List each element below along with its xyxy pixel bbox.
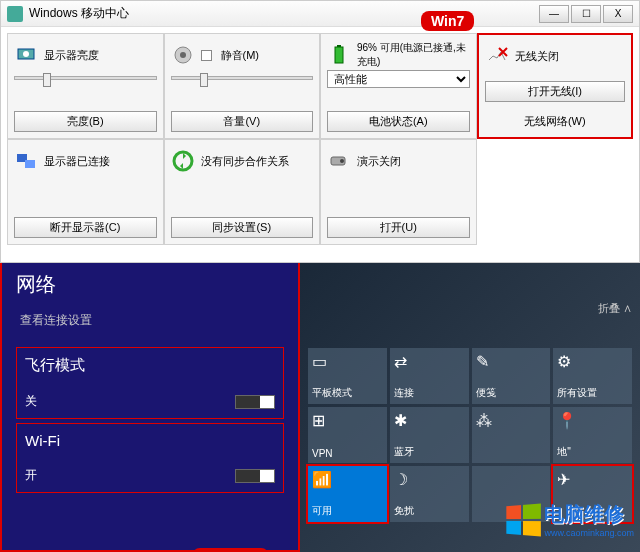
action-tile-1[interactable]: ⇄连接 bbox=[390, 348, 469, 404]
action-tile-9[interactable]: ☽免扰 bbox=[390, 466, 469, 522]
presentation-open-button[interactable]: 打开(U) bbox=[327, 217, 470, 238]
tile-icon: ⚙ bbox=[557, 352, 628, 371]
win10-panel: Win10 折叠 ∧ ▭平板模式⇄连接✎便笺⚙所有设置⊞VPN✱蓝牙⁂📍地"📶可… bbox=[300, 263, 640, 552]
win7-badge: Win7 bbox=[421, 11, 474, 31]
mute-checkbox[interactable] bbox=[201, 50, 212, 61]
brightness-icon bbox=[14, 43, 38, 67]
action-tile-4[interactable]: ⊞VPN bbox=[308, 407, 387, 463]
svg-point-10 bbox=[340, 159, 344, 163]
volume-footer[interactable]: 音量(V) bbox=[171, 111, 314, 132]
battery-label: 96% 可用(电源已接通,未充电) bbox=[357, 41, 470, 69]
win8-panel: Win8/8.1 网络 查看连接设置 飞行模式 关 Wi-Fi 开 bbox=[0, 263, 300, 552]
watermark-url: www.caominkang.com bbox=[544, 528, 634, 538]
display-tile: 显示器已连接 断开显示器(C) bbox=[7, 139, 164, 245]
action-tile-8[interactable]: 📶可用 bbox=[308, 466, 387, 522]
brightness-footer[interactable]: 亮度(B) bbox=[14, 111, 157, 132]
svg-point-1 bbox=[23, 51, 29, 57]
tile-icon: ✈ bbox=[557, 470, 628, 489]
speaker-icon bbox=[171, 43, 195, 67]
tile-label: 便笺 bbox=[476, 386, 547, 400]
win8-badge: Win8/8.1 bbox=[192, 548, 269, 552]
presentation-label: 演示关闭 bbox=[357, 154, 401, 169]
action-tile-7[interactable]: 📍地" bbox=[553, 407, 632, 463]
enable-wireless-button[interactable]: 打开无线(I) bbox=[485, 81, 626, 102]
tile-icon: ☽ bbox=[394, 470, 465, 489]
tile-icon: 📶 bbox=[312, 470, 383, 489]
tile-icon: ▭ bbox=[312, 352, 383, 371]
tile-label: 可用 bbox=[312, 504, 383, 518]
svg-rect-7 bbox=[25, 160, 35, 168]
action-tile-0[interactable]: ▭平板模式 bbox=[308, 348, 387, 404]
tile-icon: ✱ bbox=[394, 411, 465, 430]
battery-tile: 96% 可用(电源已接通,未充电) 高性能 电池状态(A) bbox=[320, 33, 477, 139]
mute-label: 静音(M) bbox=[221, 48, 260, 63]
wifi-title: Wi-Fi bbox=[25, 432, 275, 449]
airplane-state: 关 bbox=[25, 393, 37, 410]
sync-icon bbox=[171, 149, 195, 173]
svg-point-3 bbox=[180, 52, 186, 58]
brightness-slider[interactable] bbox=[14, 76, 157, 80]
projector-icon bbox=[327, 149, 351, 173]
display-icon bbox=[14, 149, 38, 173]
battery-footer[interactable]: 电池状态(A) bbox=[327, 111, 470, 132]
tile-icon: ⇄ bbox=[394, 352, 465, 371]
svg-rect-5 bbox=[337, 45, 341, 47]
tile-label: 蓝牙 bbox=[394, 445, 465, 459]
volume-slider[interactable] bbox=[171, 76, 314, 80]
app-icon bbox=[7, 6, 23, 22]
view-settings-link[interactable]: 查看连接设置 bbox=[2, 306, 298, 343]
sync-settings-button[interactable]: 同步设置(S) bbox=[171, 217, 314, 238]
tile-label: 连接 bbox=[394, 386, 465, 400]
airplane-toggle[interactable] bbox=[235, 395, 275, 409]
action-tile-6[interactable]: ⁂ bbox=[472, 407, 551, 463]
brightness-label: 显示器亮度 bbox=[44, 48, 99, 63]
brightness-tile: 显示器亮度 亮度(B) bbox=[7, 33, 164, 139]
sync-tile: 没有同步合作关系 同步设置(S) bbox=[164, 139, 321, 245]
display-label: 显示器已连接 bbox=[44, 154, 110, 169]
watermark: 电脑维修 www.caominkang.com bbox=[504, 501, 634, 538]
empty-tile bbox=[477, 139, 634, 245]
disconnect-display-button[interactable]: 断开显示器(C) bbox=[14, 217, 157, 238]
minimize-button[interactable]: — bbox=[539, 5, 569, 23]
power-plan-select[interactable]: 高性能 bbox=[327, 70, 470, 88]
tile-label: 免扰 bbox=[394, 504, 465, 518]
maximize-button[interactable]: ☐ bbox=[571, 5, 601, 23]
network-header: 网络 bbox=[2, 263, 298, 306]
tile-label: 平板模式 bbox=[312, 386, 383, 400]
action-tile-3[interactable]: ⚙所有设置 bbox=[553, 348, 632, 404]
svg-rect-4 bbox=[335, 47, 343, 63]
airplane-mode-title: 飞行模式 bbox=[25, 356, 275, 375]
wifi-toggle[interactable] bbox=[235, 469, 275, 483]
wifi-state: 开 bbox=[25, 467, 37, 484]
battery-icon bbox=[327, 43, 351, 67]
wireless-off-icon bbox=[485, 44, 509, 68]
collapse-link[interactable]: 折叠 ∧ bbox=[598, 301, 632, 316]
wireless-footer[interactable]: 无线网络(W) bbox=[485, 112, 626, 131]
wireless-label: 无线关闭 bbox=[515, 49, 559, 64]
close-button[interactable]: X bbox=[603, 5, 633, 23]
tile-icon: ⁂ bbox=[476, 411, 547, 430]
action-tile-2[interactable]: ✎便笺 bbox=[472, 348, 551, 404]
tile-icon: ✎ bbox=[476, 352, 547, 371]
watermark-text: 电脑维修 bbox=[544, 501, 634, 528]
tile-label: VPN bbox=[312, 448, 383, 459]
volume-tile: 静音(M) 音量(V) bbox=[164, 33, 321, 139]
tile-label: 地" bbox=[557, 445, 628, 459]
presentation-tile: 演示关闭 打开(U) bbox=[320, 139, 477, 245]
tile-icon: ⊞ bbox=[312, 411, 383, 430]
sync-label: 没有同步合作关系 bbox=[201, 154, 289, 169]
tile-label: 所有设置 bbox=[557, 386, 628, 400]
tile-icon: 📍 bbox=[557, 411, 628, 430]
wireless-tile: 无线关闭 打开无线(I) 无线网络(W) bbox=[477, 33, 634, 139]
windows-logo-icon bbox=[507, 503, 542, 536]
action-tile-5[interactable]: ✱蓝牙 bbox=[390, 407, 469, 463]
